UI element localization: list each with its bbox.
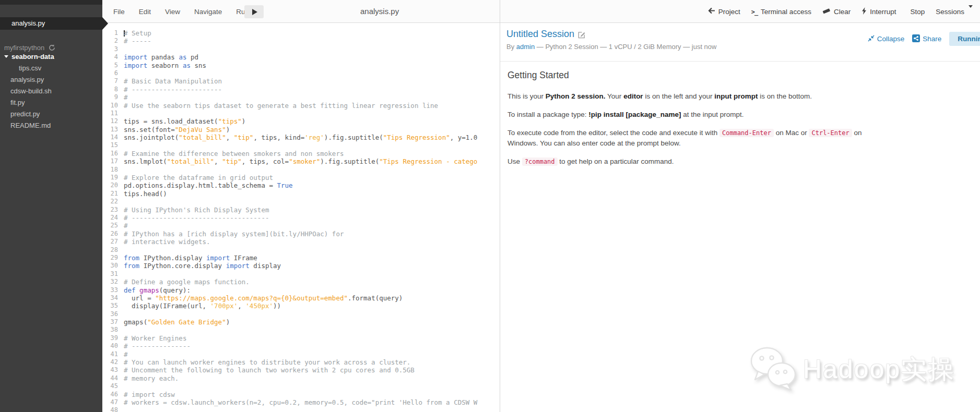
- code-line[interactable]: 4import pandas as pd: [102, 53, 500, 61]
- code-line[interactable]: 33def gmaps(query):: [102, 286, 500, 294]
- sessions-button[interactable]: Sessions: [936, 8, 973, 16]
- sidebar: analysis.py myfirstpython seaborn-datati…: [0, 0, 102, 412]
- code-line[interactable]: 37gmaps("Golden Gate Bridge"): [102, 318, 500, 326]
- code-line[interactable]: 25#: [102, 222, 500, 229]
- menu-file[interactable]: File: [113, 8, 125, 16]
- stop-button[interactable]: Stop: [907, 8, 925, 16]
- code-line[interactable]: 17sns.lmplot("total_bill", "tip", tips, …: [102, 157, 500, 165]
- line-number: 37: [102, 318, 118, 326]
- code-line[interactable]: 44# memory each.: [102, 374, 500, 382]
- open-file-tab[interactable]: analysis.py: [0, 17, 102, 30]
- tree-item-seaborn-data[interactable]: seaborn-data: [0, 51, 102, 62]
- code-line[interactable]: 20pd.options.display.html.table_schema =…: [102, 181, 500, 189]
- code-line[interactable]: 34 url = "https://maps.google.com/maps?q…: [102, 294, 500, 302]
- code-line[interactable]: 19# Explore the dataframe in grid output: [102, 174, 500, 181]
- code-line[interactable]: 43# Uncomment the following to launch tw…: [102, 366, 500, 374]
- code-line[interactable]: 47# workers = cdsw.launch_workers(n=2, c…: [102, 398, 500, 406]
- code-line[interactable]: 32# Define a google maps function.: [102, 278, 500, 286]
- user-link[interactable]: admin: [516, 43, 535, 51]
- code-line[interactable]: 21tips.head(): [102, 190, 500, 198]
- code-line[interactable]: 7# Basic Data Manipulation: [102, 77, 500, 85]
- code-line[interactable]: 23# Using IPython's Rich Display System: [102, 206, 500, 214]
- menu-view[interactable]: View: [165, 8, 180, 16]
- line-content: #: [124, 222, 128, 229]
- code-line[interactable]: 24# -----------------------------------: [102, 214, 500, 222]
- code-line[interactable]: 28: [102, 246, 500, 254]
- tree-item-README-md[interactable]: README.md: [0, 119, 102, 131]
- code-line[interactable]: 16# Examine the difference between smoke…: [102, 150, 500, 157]
- code-line[interactable]: 35 display(IFrame(url, '700px', '450px')…: [102, 302, 500, 310]
- code-line[interactable]: 30from IPython.core.display import displ…: [102, 262, 500, 270]
- getting-started-paragraphs: This is your Python 2 session. Your edit…: [507, 91, 973, 167]
- line-number: 35: [102, 302, 118, 310]
- line-number: 21: [102, 190, 118, 198]
- code-line[interactable]: 26# IPython has a [rich display system](…: [102, 230, 500, 238]
- share-label: Share: [923, 35, 941, 43]
- code-line[interactable]: 45: [102, 382, 500, 390]
- code-line[interactable]: 41#: [102, 350, 500, 358]
- interrupt-button[interactable]: Interrupt: [861, 7, 896, 16]
- code-line[interactable]: 11: [102, 110, 500, 117]
- menu-edit[interactable]: Edit: [139, 8, 151, 16]
- clear-button[interactable]: Clear: [822, 7, 851, 16]
- code-line[interactable]: 8# -----------------------: [102, 86, 500, 93]
- tree-item-cdsw-build-sh[interactable]: cdsw-build.sh: [0, 85, 102, 96]
- code-line[interactable]: 36: [102, 310, 500, 318]
- line-content: sns.set(font="DejaVu Sans"): [124, 126, 230, 134]
- line-content: #: [124, 350, 128, 358]
- tree-item-analysis-py[interactable]: analysis.py: [0, 74, 102, 85]
- line-number: 30: [102, 262, 118, 270]
- open-file-tab-pointer: [102, 17, 108, 30]
- session-status-badge[interactable]: Running: [949, 32, 980, 46]
- tree-item-label: predict.py: [10, 110, 40, 118]
- code-line[interactable]: 22: [102, 198, 500, 205]
- edit-icon[interactable]: [578, 31, 585, 39]
- code-line[interactable]: 10# Use the seaborn tips dataset to gene…: [102, 102, 500, 110]
- code-line[interactable]: 1# Setup: [102, 29, 500, 37]
- code-line[interactable]: 6: [102, 69, 500, 77]
- code-line[interactable]: 39# Worker Engines: [102, 334, 500, 342]
- tree-item-fit-py[interactable]: fit.py: [0, 96, 102, 108]
- line-content: # Worker Engines: [124, 334, 186, 342]
- code-line[interactable]: 40# ---------------: [102, 342, 500, 350]
- project-button[interactable]: Project: [708, 7, 740, 16]
- code-line[interactable]: 31: [102, 270, 500, 278]
- code-line[interactable]: 38: [102, 326, 500, 334]
- session-title-link[interactable]: Untitled Session: [506, 29, 574, 40]
- line-number: 22: [102, 198, 118, 205]
- line-content: import seaborn as sns: [124, 62, 206, 69]
- code-line[interactable]: 12tips = sns.load_dataset("tips"): [102, 117, 500, 125]
- code-line[interactable]: 15: [102, 141, 500, 149]
- line-number: 6: [102, 69, 118, 77]
- share-button[interactable]: Share: [912, 34, 941, 44]
- code-line[interactable]: 42# You can launch worker engines to dis…: [102, 358, 500, 366]
- run-button[interactable]: [244, 5, 264, 18]
- code-line[interactable]: 13sns.set(font="DejaVu Sans"): [102, 126, 500, 134]
- terminal-access-button[interactable]: >_Terminal access: [751, 8, 811, 16]
- code-line[interactable]: 29from IPython.display import IFrame: [102, 254, 500, 262]
- line-content: # Setup: [124, 29, 151, 37]
- tree-item-tips-csv[interactable]: tips.csv: [0, 62, 102, 74]
- line-number: 24: [102, 214, 118, 222]
- line-number: 40: [102, 342, 118, 350]
- code-editor[interactable]: 1# Setup2# -----34import pandas as pd5im…: [102, 23, 500, 412]
- code-line[interactable]: 27# interactive widgets.: [102, 238, 500, 246]
- menu-navigate[interactable]: Navigate: [194, 8, 222, 16]
- line-content: # Basic Data Manipulation: [124, 77, 222, 85]
- refresh-icon[interactable]: [49, 44, 55, 51]
- code-line[interactable]: 9#: [102, 93, 500, 101]
- line-content: # You can launch worker engines to distr…: [124, 358, 410, 366]
- code-line[interactable]: 3: [102, 45, 500, 53]
- panel-divider[interactable]: [500, 0, 500, 412]
- play-icon: [252, 9, 257, 15]
- code-line[interactable]: 2# -----: [102, 37, 500, 45]
- action-label: Clear: [834, 8, 851, 16]
- code-line[interactable]: 48: [102, 406, 500, 412]
- code-line[interactable]: 18: [102, 166, 500, 174]
- line-content: # memory each.: [124, 374, 179, 382]
- collapse-button[interactable]: Collapse: [868, 35, 905, 43]
- tree-item-predict-py[interactable]: predict.py: [0, 108, 102, 119]
- code-line[interactable]: 46# import cdsw: [102, 391, 500, 398]
- code-line[interactable]: 14sns.jointplot("total_bill", "tip", tip…: [102, 134, 500, 141]
- code-line[interactable]: 5import seaborn as sns: [102, 62, 500, 69]
